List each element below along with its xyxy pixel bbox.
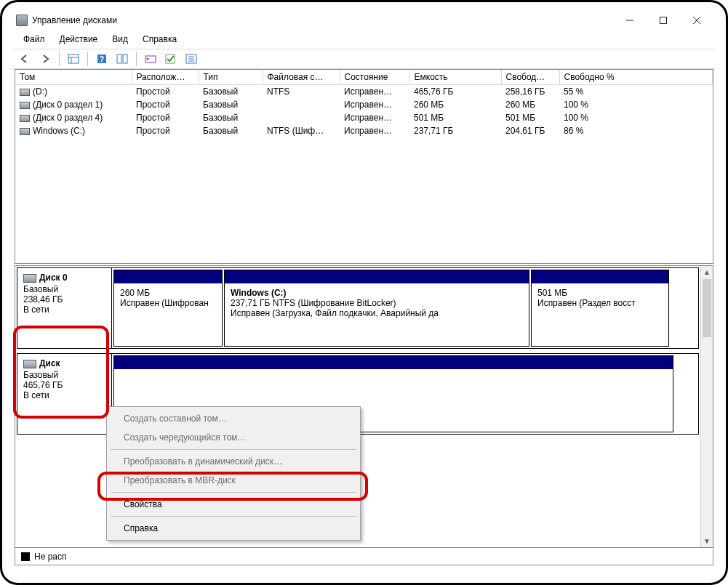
toolbar-action2-icon[interactable] [162, 51, 180, 67]
ctx-properties[interactable]: Свойства [109, 495, 358, 514]
menu-help[interactable]: Справка [137, 33, 183, 46]
svg-rect-4 [68, 55, 79, 63]
minimize-button[interactable] [613, 9, 647, 31]
col-free[interactable]: Свобод… [501, 70, 559, 85]
maximize-button[interactable] [647, 9, 680, 31]
partition-size: 501 МБ [537, 288, 663, 298]
disk-type: Базовый [23, 284, 105, 294]
col-freepct[interactable]: Свободно % [559, 70, 713, 85]
disk-status: В сети [23, 390, 105, 400]
partition-status: Исправен (Загрузка, Файл подкачки, Авари… [231, 308, 523, 318]
ctx-help[interactable]: Справка [109, 519, 358, 538]
toolbar-settings-icon[interactable] [113, 51, 131, 67]
volume-icon [20, 89, 30, 96]
partition[interactable]: 501 МБИсправен (Раздел восст [531, 270, 669, 347]
disk-info[interactable]: Диск 0Базовый238,46 ГБВ сети [17, 268, 112, 348]
volume-icon [20, 115, 30, 122]
window-title: Управление дисками [32, 15, 117, 25]
column-headers[interactable]: Том Располож… Тип Файловая с… Состояние … [15, 70, 713, 85]
partition-title: Windows (C:) [231, 288, 523, 298]
partition-header [114, 356, 673, 369]
volume-icon [20, 128, 30, 135]
partition-status: Исправен (Раздел восст [537, 298, 663, 308]
back-button[interactable] [16, 51, 33, 67]
disk-row[interactable]: Диск 0Базовый238,46 ГБВ сети260 МБИсправ… [17, 267, 699, 349]
menubar: Файл Действие Вид Справка [13, 31, 715, 49]
scrollbar[interactable]: ▲ ▼ [700, 266, 713, 547]
legend-swatch-unallocated [21, 552, 30, 561]
col-status[interactable]: Состояние [340, 70, 409, 85]
ctx-create-striped: Создать чередующийся том… [109, 428, 358, 447]
toolbar-action1-icon[interactable] [142, 51, 159, 67]
table-row[interactable]: (D:)ПростойБазовыйNTFSИсправен…465,76 ГБ… [15, 85, 713, 98]
partition[interactable]: Windows (C:)237,71 ГБ NTFS (Шифрование B… [224, 270, 529, 347]
col-volume[interactable]: Том [15, 70, 132, 85]
table-row[interactable]: (Диск 0 раздел 4)ПростойБазовыйИсправен…… [15, 111, 713, 124]
table-row[interactable]: (Диск 0 раздел 1)ПростойБазовыйИсправен…… [15, 98, 713, 111]
toolbar-show-hide-icon[interactable] [65, 51, 82, 67]
ctx-convert-mbr: Преобразовать в MBR-диск [109, 471, 358, 490]
disk-size: 465,76 ГБ [23, 380, 105, 390]
svg-rect-10 [123, 55, 127, 63]
toolbar: ? [13, 49, 715, 69]
disk-type: Базовый [23, 370, 105, 380]
disk-status: В сети [23, 304, 105, 315]
ctx-convert-dynamic: Преобразовать в динамический диск… [109, 452, 358, 471]
disk-size: 238,46 ГБ [23, 294, 105, 304]
scroll-down-icon[interactable]: ▼ [701, 535, 713, 547]
disk-icon [23, 360, 36, 368]
table-row[interactable]: Windows (C:)ПростойБазовыйNTFS (Шиф…Испр… [15, 124, 713, 137]
col-fs[interactable]: Файловая с… [263, 70, 340, 85]
svg-point-12 [147, 58, 149, 60]
volume-icon [20, 102, 30, 109]
menu-file[interactable]: Файл [17, 33, 51, 46]
svg-text:?: ? [100, 55, 104, 63]
disk-info[interactable]: ДискБазовый465,76 ГБВ сети [17, 354, 112, 434]
partition[interactable]: 260 МБИсправен (Шифрован [113, 270, 223, 347]
ctx-create-spanned: Создать составной том… [109, 409, 358, 428]
scroll-thumb[interactable] [703, 279, 711, 337]
menu-view[interactable]: Вид [106, 33, 134, 46]
svg-rect-1 [660, 17, 667, 24]
col-layout[interactable]: Располож… [132, 70, 199, 85]
context-menu: Создать составной том… Создать чередующи… [106, 406, 361, 541]
partition-size: 237,71 ГБ NTFS (Шифрование BitLocker) [231, 298, 523, 308]
volume-list: Том Располож… Тип Файловая с… Состояние … [15, 69, 713, 264]
toolbar-action3-icon[interactable] [183, 51, 200, 67]
menu-action[interactable]: Действие [54, 33, 104, 46]
partition-size: 260 МБ [120, 288, 216, 298]
svg-rect-9 [117, 55, 121, 63]
col-type[interactable]: Тип [199, 70, 263, 85]
scroll-up-icon[interactable]: ▲ [701, 266, 713, 278]
disk-icon [23, 274, 36, 283]
partition-header [114, 270, 222, 283]
help-button[interactable]: ? [93, 51, 111, 67]
legend-label: Не расп [34, 552, 67, 562]
close-button[interactable] [680, 9, 713, 31]
partition-header [225, 270, 529, 283]
app-icon [16, 15, 28, 26]
col-capacity[interactable]: Емкость [409, 70, 501, 85]
partition-header [532, 270, 668, 283]
forward-button[interactable] [36, 51, 54, 67]
legend: Не расп [15, 548, 713, 565]
partition-status: Исправен (Шифрован [120, 298, 216, 308]
titlebar: Управление дисками [13, 9, 715, 31]
